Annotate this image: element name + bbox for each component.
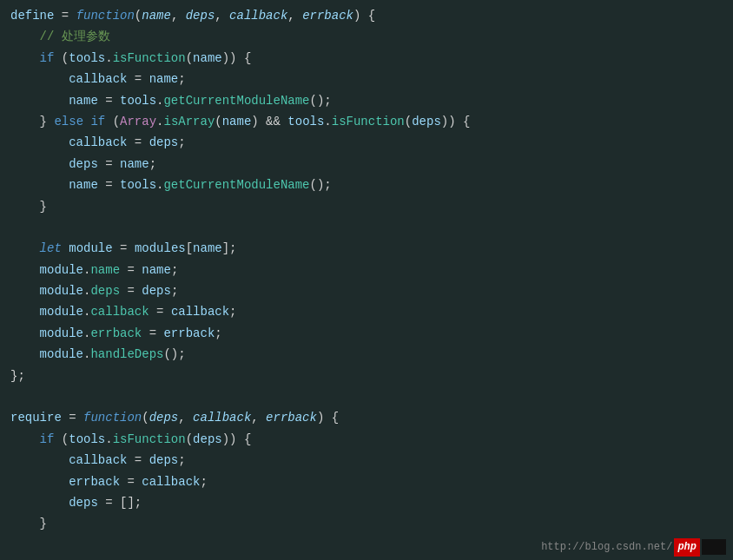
url-text: http://blog.csdn.net/ <box>541 539 672 556</box>
code-line-2: // 处理参数 <box>0 26 733 47</box>
code-line-20: require = function(deps, callback, errba… <box>0 407 733 428</box>
code-line-1: define = function(name, deps, callback, … <box>0 5 733 26</box>
code-line-7: callback = deps; <box>0 132 733 153</box>
code-line-12: let module = modules[name]; <box>0 238 733 259</box>
bottom-bar: http://blog.csdn.net/ php <box>534 535 733 560</box>
code-line-21: if (tools.isFunction(deps)) { <box>0 429 733 450</box>
code-line-25: } <box>0 513 733 534</box>
code-line-10: } <box>0 196 733 217</box>
code-line-4: callback = name; <box>0 69 733 89</box>
php-badge: php <box>674 538 700 557</box>
black-bar-decoration <box>702 539 726 555</box>
code-line-6: } else if (Array.isArray(name) && tools.… <box>0 111 733 132</box>
code-line-23: errback = callback; <box>0 471 733 492</box>
code-line-9: name = tools.getCurrentModuleName(); <box>0 175 733 195</box>
code-line-13: module.name = name; <box>0 260 733 280</box>
code-line-5: name = tools.getCurrentModuleName(); <box>0 90 733 111</box>
code-line-17: module.handleDeps(); <box>0 344 733 365</box>
code-line-11 <box>0 217 733 238</box>
code-container: define = function(name, deps, callback, … <box>0 0 733 560</box>
code-line-16: module.errback = errback; <box>0 323 733 344</box>
code-line-19 <box>0 386 733 407</box>
code-line-8: deps = name; <box>0 154 733 175</box>
code-line-15: module.callback = callback; <box>0 301 733 322</box>
code-line-24: deps = []; <box>0 492 733 513</box>
code-line-14: module.deps = deps; <box>0 280 733 301</box>
code-line-3: if (tools.isFunction(name)) { <box>0 48 733 69</box>
code-line-22: callback = deps; <box>0 450 733 471</box>
code-line-18: }; <box>0 366 733 386</box>
